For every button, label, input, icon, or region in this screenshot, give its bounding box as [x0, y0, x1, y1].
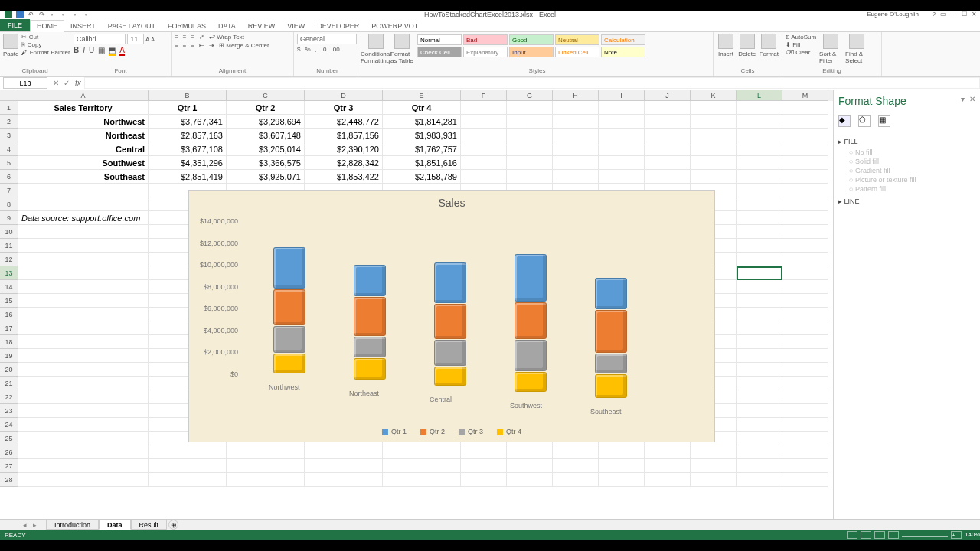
cell[interactable] — [782, 349, 828, 363]
underline-button[interactable]: U — [89, 46, 94, 56]
cell[interactable] — [737, 321, 782, 335]
cell[interactable]: $1,814,281 — [383, 115, 461, 129]
enter-icon[interactable]: ✓ — [61, 79, 72, 87]
new-sheet-button[interactable]: ⊕ — [168, 520, 178, 530]
cell[interactable] — [553, 129, 599, 142]
save-icon[interactable] — [16, 11, 24, 18]
find-select-button[interactable]: Find & Select — [845, 34, 868, 64]
cell[interactable] — [691, 156, 737, 170]
cell[interactable] — [782, 363, 828, 377]
cell[interactable] — [645, 156, 691, 170]
cell[interactable]: $2,828,342 — [305, 156, 383, 170]
cell[interactable] — [737, 363, 782, 377]
font-color-button[interactable]: A — [119, 46, 125, 56]
cell[interactable] — [782, 459, 828, 473]
cell[interactable] — [737, 390, 782, 404]
cell[interactable] — [18, 349, 149, 363]
fill-line-tab-icon[interactable]: ◆ — [838, 115, 851, 127]
cell[interactable] — [782, 101, 828, 115]
cell[interactable] — [737, 473, 782, 487]
style-tile[interactable]: Bad — [463, 34, 508, 45]
view-normal-icon[interactable] — [847, 531, 858, 539]
cell[interactable]: $2,851,419 — [149, 170, 227, 184]
row-header[interactable]: 17 — [0, 321, 18, 335]
row-header[interactable]: 26 — [0, 445, 18, 459]
pane-dropdown-icon[interactable]: ▾ — [961, 95, 965, 103]
cell[interactable] — [553, 445, 599, 459]
cell[interactable] — [737, 225, 782, 239]
cell[interactable] — [691, 473, 737, 487]
cell[interactable] — [737, 308, 782, 321]
qat-icon[interactable]: ▫ — [51, 11, 58, 18]
view-break-icon[interactable] — [874, 531, 885, 539]
cell[interactable] — [782, 225, 828, 239]
cell[interactable] — [737, 335, 782, 349]
cell[interactable] — [507, 142, 553, 156]
cell[interactable] — [18, 363, 149, 377]
align-left-icon[interactable]: ≡ — [175, 42, 178, 49]
cell[interactable] — [599, 473, 645, 487]
cut-button[interactable]: ✂ Cut — [21, 34, 70, 41]
fill-color-button[interactable]: ⬒ — [109, 46, 116, 56]
cell[interactable] — [553, 101, 599, 115]
cell[interactable]: Qtr 3 — [305, 101, 383, 115]
cell[interactable]: Northwest — [18, 115, 149, 129]
font-size-combo[interactable]: 11 — [127, 34, 144, 44]
cell[interactable] — [782, 377, 828, 390]
cell[interactable] — [461, 170, 507, 184]
cell[interactable] — [782, 266, 828, 280]
qat-icon[interactable]: ▫ — [62, 11, 70, 18]
cell[interactable] — [507, 129, 553, 142]
cell[interactable] — [18, 294, 149, 308]
cell[interactable]: $2,390,120 — [305, 142, 383, 156]
autosum-button[interactable]: Σ AutoSum — [786, 34, 816, 41]
cell[interactable] — [599, 170, 645, 184]
cell[interactable]: $3,366,575 — [227, 156, 305, 170]
row-header[interactable]: 11 — [0, 239, 18, 253]
cell[interactable] — [782, 321, 828, 335]
format-painter-button[interactable]: 🖌 Format Painter — [21, 49, 70, 56]
cell[interactable] — [782, 294, 828, 308]
fill-option[interactable]: ○ Picture or texture fill — [849, 176, 975, 184]
cell[interactable] — [507, 101, 553, 115]
qat-icon[interactable]: ▫ — [74, 11, 81, 18]
cell[interactable] — [18, 184, 149, 197]
cell[interactable] — [18, 253, 149, 266]
cell[interactable] — [737, 459, 782, 473]
tab-review[interactable]: REVIEW — [242, 21, 282, 31]
cell[interactable] — [18, 335, 149, 349]
cell[interactable] — [18, 239, 149, 253]
fx-label[interactable]: fx — [75, 79, 81, 87]
clear-button[interactable]: ⌫ Clear — [786, 49, 816, 56]
cell[interactable] — [645, 459, 691, 473]
align-bot-icon[interactable]: ≡ — [191, 34, 194, 41]
cell[interactable] — [305, 473, 383, 487]
border-button[interactable]: ▦ — [98, 46, 105, 56]
cell[interactable] — [18, 280, 149, 294]
cell[interactable] — [18, 266, 149, 280]
row-header[interactable]: 23 — [0, 404, 18, 418]
cell[interactable] — [737, 404, 782, 418]
cell[interactable] — [782, 197, 828, 211]
cell[interactable] — [599, 459, 645, 473]
tab-formulas[interactable]: FORMULAS — [162, 21, 212, 31]
cell[interactable]: Qtr 4 — [383, 101, 461, 115]
cell[interactable] — [645, 445, 691, 459]
cell[interactable] — [18, 225, 149, 239]
zoom-out-icon[interactable]: – — [888, 531, 899, 539]
cell[interactable]: Southwest — [18, 156, 149, 170]
column-header[interactable]: I — [599, 90, 645, 101]
cell[interactable] — [782, 129, 828, 142]
cell[interactable] — [691, 170, 737, 184]
column-header[interactable]: F — [461, 90, 507, 101]
help-icon[interactable]: ? — [933, 11, 936, 18]
cell[interactable] — [782, 335, 828, 349]
cell[interactable]: $3,677,108 — [149, 142, 227, 156]
column-header[interactable]: C — [227, 90, 305, 101]
cell[interactable] — [737, 197, 782, 211]
style-tile[interactable]: Note — [601, 47, 645, 57]
cancel-icon[interactable]: ✕ — [51, 79, 61, 87]
tab-home[interactable]: HOME — [30, 20, 64, 32]
cell[interactable] — [18, 473, 149, 487]
row-header[interactable]: 19 — [0, 349, 18, 363]
